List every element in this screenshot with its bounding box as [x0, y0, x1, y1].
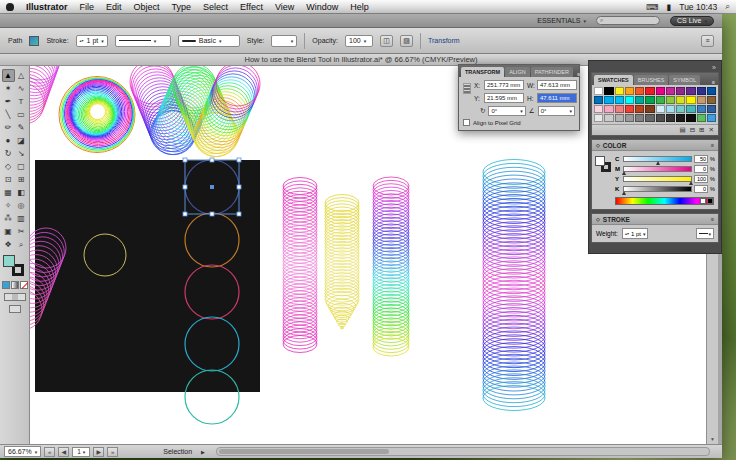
- swatch-libraries-icon[interactable]: ▤: [679, 126, 685, 134]
- brush-dropdown[interactable]: Basic ▾: [178, 35, 240, 47]
- swatch-20[interactable]: [676, 96, 685, 104]
- delete-swatch-icon[interactable]: ✕: [709, 126, 714, 134]
- column-graph-tool[interactable]: ▥: [15, 212, 28, 225]
- swatch-15[interactable]: [625, 96, 634, 104]
- tab-pathfinder[interactable]: PATHFINDER: [531, 67, 573, 77]
- channel-slider-K[interactable]: [623, 186, 692, 192]
- gradient-mode-button[interactable]: [11, 281, 19, 289]
- last-artboard-button[interactable]: »: [107, 447, 118, 457]
- recolor-artwork-button[interactable]: ▨: [400, 35, 413, 47]
- lasso-tool[interactable]: ∿: [15, 82, 28, 95]
- swatch-47[interactable]: [707, 114, 716, 122]
- search-input[interactable]: ⌕: [596, 16, 660, 25]
- mesh-tool[interactable]: ▦: [2, 186, 15, 199]
- swatch-6[interactable]: [656, 87, 665, 95]
- transform-link[interactable]: Transform: [428, 37, 460, 44]
- tab-align[interactable]: ALIGN: [505, 67, 530, 77]
- fill-swatch[interactable]: [595, 156, 605, 166]
- pen-tool[interactable]: ✒: [2, 95, 15, 108]
- panel-menu-icon[interactable]: ≡: [711, 216, 714, 222]
- draw-mode-buttons[interactable]: [4, 293, 26, 301]
- swatch-3[interactable]: [625, 87, 634, 95]
- eyedropper-tool[interactable]: ✧: [2, 199, 15, 212]
- swatch-21[interactable]: [686, 96, 695, 104]
- black-swatch[interactable]: [707, 198, 713, 204]
- swatch-8[interactable]: [676, 87, 685, 95]
- swatch-7[interactable]: [666, 87, 675, 95]
- swatch-46[interactable]: [697, 114, 706, 122]
- blob-brush-tool[interactable]: ●: [2, 134, 15, 147]
- style-dropdown[interactable]: ▾: [271, 35, 297, 47]
- align-options-button[interactable]: ≡: [701, 35, 714, 47]
- swatch-19[interactable]: [666, 96, 675, 104]
- blend-tool[interactable]: ◎: [15, 199, 28, 212]
- swatch-12[interactable]: [594, 96, 603, 104]
- first-artboard-button[interactable]: «: [44, 447, 55, 457]
- color-spectrum-bar[interactable]: [615, 197, 714, 205]
- channel-value-Y[interactable]: 100: [694, 175, 708, 183]
- keyboard-status-icon[interactable]: ⌨: [646, 2, 658, 12]
- swatch-24[interactable]: [594, 105, 603, 113]
- swatch-26[interactable]: [615, 105, 624, 113]
- panel-collapse-icon[interactable]: ◇: [596, 216, 600, 222]
- collapse-dock-button[interactable]: »: [712, 64, 716, 71]
- swatch-35[interactable]: [707, 105, 716, 113]
- slice-tool[interactable]: ✂: [15, 225, 28, 238]
- swatch-40[interactable]: [635, 114, 644, 122]
- fill-stroke-proxy[interactable]: [0, 255, 29, 281]
- shape-builder-tool[interactable]: ⊡: [2, 173, 15, 186]
- menu-file[interactable]: File: [74, 2, 101, 12]
- zoom-level-dropdown[interactable]: 66.67% ▾: [4, 446, 41, 457]
- horizontal-scrollbar[interactable]: [216, 447, 710, 456]
- swatch-1[interactable]: [604, 87, 613, 95]
- menu-type[interactable]: Type: [166, 2, 198, 12]
- panel-menu-icon[interactable]: ≡: [574, 71, 583, 77]
- eraser-tool[interactable]: ◪: [15, 134, 28, 147]
- swatch-16[interactable]: [635, 96, 644, 104]
- menu-object[interactable]: Object: [128, 2, 166, 12]
- menu-help[interactable]: Help: [344, 2, 375, 12]
- white-swatch[interactable]: [700, 198, 706, 204]
- battery-status-icon[interactable]: ▮: [667, 2, 672, 12]
- spotlight-icon[interactable]: ⌕: [725, 1, 730, 12]
- shape-mode-button[interactable]: ◫: [380, 35, 393, 47]
- tab-transform[interactable]: TRANSFORM: [461, 67, 504, 77]
- channel-value-K[interactable]: 0: [694, 185, 708, 193]
- swatch-39[interactable]: [625, 114, 634, 122]
- cs-live-button[interactable]: CS Live ▾: [670, 16, 714, 26]
- stepper-icon[interactable]: ▴▾: [625, 232, 629, 236]
- channel-value-C[interactable]: 50: [694, 155, 708, 163]
- menu-window[interactable]: Window: [300, 2, 344, 12]
- opacity-field[interactable]: 100 ▾: [345, 35, 373, 47]
- width-profile-dropdown[interactable]: ▾: [115, 35, 171, 47]
- swatch-9[interactable]: [686, 87, 695, 95]
- none-mode-button[interactable]: [20, 281, 28, 289]
- panel-menu-icon[interactable]: ≡: [709, 79, 718, 85]
- next-artboard-button[interactable]: ▶: [93, 447, 104, 457]
- swatch-34[interactable]: [697, 105, 706, 113]
- h-field[interactable]: 47.611 mm: [537, 93, 577, 103]
- rotate-dropdown[interactable]: 0° ▾: [488, 106, 525, 116]
- w-field[interactable]: 47.613 mm: [537, 80, 577, 90]
- channel-value-M[interactable]: 0: [694, 165, 708, 173]
- stepper-icon[interactable]: ▴▾: [80, 39, 84, 43]
- direct-selection-tool[interactable]: △: [15, 69, 28, 82]
- scroll-down-icon[interactable]: ▼: [707, 435, 718, 444]
- menu-view[interactable]: View: [269, 2, 300, 12]
- tab-swatches[interactable]: SWATCHES: [594, 75, 633, 85]
- rotate-tool[interactable]: ↻: [2, 147, 15, 160]
- profile-dropdown[interactable]: ▾: [696, 228, 714, 239]
- menu-edit[interactable]: Edit: [100, 2, 128, 12]
- channel-slider-C[interactable]: [623, 156, 692, 162]
- swatch-17[interactable]: [645, 96, 654, 104]
- swatch-28[interactable]: [635, 105, 644, 113]
- swatch-45[interactable]: [686, 114, 695, 122]
- swatch-10[interactable]: [697, 87, 706, 95]
- align-pixel-grid-checkbox[interactable]: [463, 119, 470, 126]
- new-swatch-icon[interactable]: ⊞: [699, 126, 704, 134]
- gradient-tool[interactable]: ◧: [15, 186, 28, 199]
- tab-brushes[interactable]: BRUSHES: [634, 75, 669, 85]
- swatch-43[interactable]: [666, 114, 675, 122]
- swatch-5[interactable]: [645, 87, 654, 95]
- pencil-tool[interactable]: ✎: [15, 121, 28, 134]
